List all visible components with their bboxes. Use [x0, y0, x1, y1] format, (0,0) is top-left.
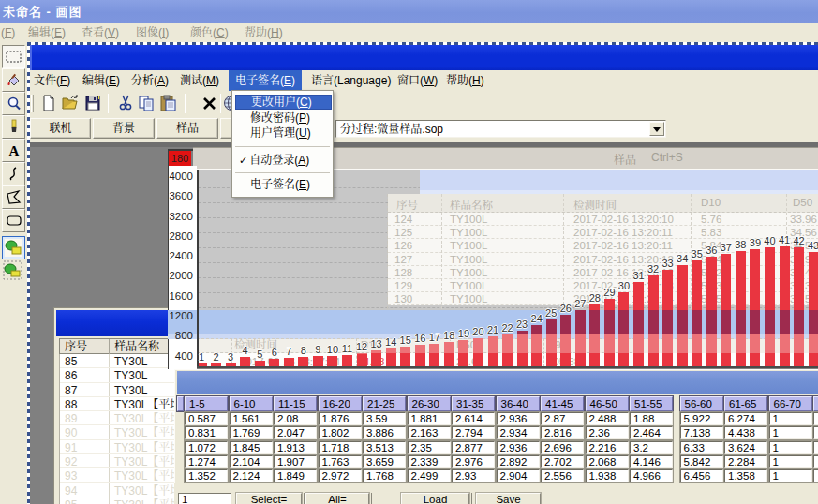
paint-menu-view[interactable]: 查看(V)	[82, 25, 119, 41]
menu-item-user-management[interactable]: 用户管理(U)	[235, 126, 332, 141]
dist-cell[interactable]: 1.876	[319, 412, 362, 425]
dist-cell[interactable]: 6.33	[680, 441, 723, 454]
dist-cell[interactable]: 2.556	[541, 469, 584, 482]
dist-cell[interactable]: 1.561	[230, 412, 273, 425]
dist-cell[interactable]: 4.438	[724, 426, 767, 439]
dist-header-cell[interactable]: 6-10	[230, 396, 273, 411]
background-button[interactable]: 背景	[93, 118, 155, 139]
dist-cell[interactable]: 1.769	[230, 426, 273, 439]
dist-cell[interactable]: 1	[769, 426, 812, 439]
app-menu-esign[interactable]: 电子签名(E)	[229, 70, 302, 91]
dist-header-cell[interactable]: 11-15	[274, 396, 317, 411]
dist-cell[interactable]: 1.358	[724, 469, 767, 482]
dist-cell[interactable]: 2.936	[497, 412, 540, 425]
dist-cell[interactable]: 1.849	[274, 469, 317, 482]
dist-cell[interactable]: 2.904	[497, 469, 540, 482]
dist-cell[interactable]: 2.284	[724, 455, 767, 468]
dist-header-cell[interactable]: 1-5	[185, 396, 228, 411]
dist-cell[interactable]: 2.35	[408, 441, 451, 454]
sop-combobox[interactable]: 分过程:微量样品.sop	[335, 120, 666, 138]
paint-menu-image[interactable]: 图像(I)	[136, 25, 169, 41]
menu-item-change-user[interactable]: 更改用户(C)	[235, 95, 332, 110]
dist-cell[interactable]: 2.36	[586, 426, 629, 439]
dist-cell[interactable]: 3.513	[363, 441, 406, 454]
tool-text[interactable]: A	[2, 139, 25, 162]
dist-cell[interactable]: 2.972	[319, 469, 362, 482]
dist-cell[interactable]: 2.93	[452, 469, 495, 482]
dist-header-cell[interactable]: 51-55	[630, 396, 673, 411]
dist-header-cell[interactable]: 36-40	[497, 396, 540, 411]
copy-icon[interactable]	[138, 95, 156, 112]
dist-cell[interactable]: 2.104	[230, 455, 273, 468]
dist-cell[interactable]: 2.892	[497, 455, 540, 468]
new-file-icon[interactable]	[40, 95, 58, 112]
page-number-input[interactable]	[178, 493, 231, 504]
open-file-icon[interactable]	[62, 95, 80, 112]
dist-cell[interactable]: 0.831	[185, 426, 228, 439]
dist-header-cell[interactable]: 66-70	[769, 396, 812, 411]
dist-cell[interactable]: 2.877	[452, 441, 495, 454]
dist-cell[interactable]: 2.047	[274, 426, 317, 439]
online-button[interactable]: 联机	[30, 118, 91, 139]
all-button[interactable]: All=	[305, 493, 369, 504]
dist-cell[interactable]: 2.08	[274, 412, 317, 425]
dist-cell[interactable]: 1.274	[185, 455, 228, 468]
dist-cell[interactable]: 6.274	[724, 412, 767, 425]
paint-menu-colors[interactable]: 颜色(C)	[190, 25, 229, 41]
dist-cell[interactable]: 2.163	[408, 426, 451, 439]
dist-header-cell[interactable]: 26-30	[408, 396, 451, 411]
dist-cell[interactable]: 6.456	[680, 469, 723, 482]
dist-cell[interactable]: 1.763	[319, 455, 362, 468]
dist-cell[interactable]: 1.907	[274, 455, 317, 468]
save-icon[interactable]	[84, 95, 102, 112]
dist-cell[interactable]: 2.87	[541, 412, 584, 425]
dist-header-cell[interactable]: 16-20	[319, 396, 362, 411]
dist-cell[interactable]: 1.072	[185, 441, 228, 454]
app-menu-help[interactable]: 帮助(H)	[446, 70, 484, 91]
dist-cell[interactable]: 2.339	[408, 455, 451, 468]
dist-cell[interactable]: 2.976	[452, 455, 495, 468]
dist-cell[interactable]: 7.138	[680, 426, 723, 439]
dist-cell[interactable]: 4.146	[630, 455, 673, 468]
dist-cell[interactable]: 2.614	[452, 412, 495, 425]
dist-cell[interactable]: 2.794	[452, 426, 495, 439]
delete-icon[interactable]	[201, 95, 219, 112]
dist-header-cell[interactable]: 61-65	[724, 396, 767, 411]
tool-brush[interactable]	[2, 115, 25, 139]
dist-cell[interactable]: 1	[769, 441, 812, 454]
dist-cell[interactable]: 5.922	[680, 412, 723, 425]
option-opaque-selection[interactable]	[2, 236, 25, 259]
dist-header-cell[interactable]: 31-35	[452, 396, 495, 411]
tool-polygon[interactable]	[2, 185, 25, 209]
selection-ants-top[interactable]	[27, 42, 818, 45]
app-menu-file[interactable]: 文件(F)	[34, 70, 70, 91]
dist-cell[interactable]: 3.624	[724, 441, 767, 454]
sample-button[interactable]: 样品	[156, 118, 218, 139]
dist-cell[interactable]: 1.718	[319, 441, 362, 454]
dist-cell[interactable]: 1.845	[230, 441, 273, 454]
menu-item-esign[interactable]: 电子签名(E)	[235, 177, 332, 192]
app-menu-language[interactable]: 语言(Language)	[311, 70, 391, 91]
paint-menu-file[interactable]: (F)	[1, 25, 15, 41]
dist-cell[interactable]: 1.938	[586, 469, 629, 482]
tool-magnifier[interactable]	[2, 92, 25, 115]
dist-cell[interactable]: 3.886	[363, 426, 406, 439]
dist-cell[interactable]: 1.352	[185, 469, 228, 482]
app-menu-edit[interactable]: 编辑(E)	[82, 70, 120, 91]
dist-header-cell[interactable]: 56-60	[680, 396, 723, 411]
dist-cell[interactable]: 5.842	[680, 455, 723, 468]
paint-menu-help[interactable]: 帮助(H)	[245, 25, 283, 41]
dist-cell[interactable]: 1.802	[319, 426, 362, 439]
tool-rounded-rect[interactable]	[2, 209, 25, 232]
combo-dropdown-button[interactable]	[649, 122, 664, 136]
tool-curve[interactable]	[2, 162, 25, 185]
dist-cell[interactable]: 2.488	[586, 412, 629, 425]
dist-cell[interactable]: 2.936	[497, 441, 540, 454]
app-menu-window[interactable]: 窗口(W)	[397, 70, 438, 91]
load-button[interactable]: Load	[401, 493, 469, 504]
selection-ants-left[interactable]	[27, 42, 30, 504]
option-transparent-selection[interactable]	[2, 259, 25, 283]
save-button[interactable]: Save	[476, 493, 541, 504]
select-button[interactable]: Select=	[236, 493, 302, 504]
app-menu-analyze[interactable]: 分析(A)	[131, 70, 169, 91]
